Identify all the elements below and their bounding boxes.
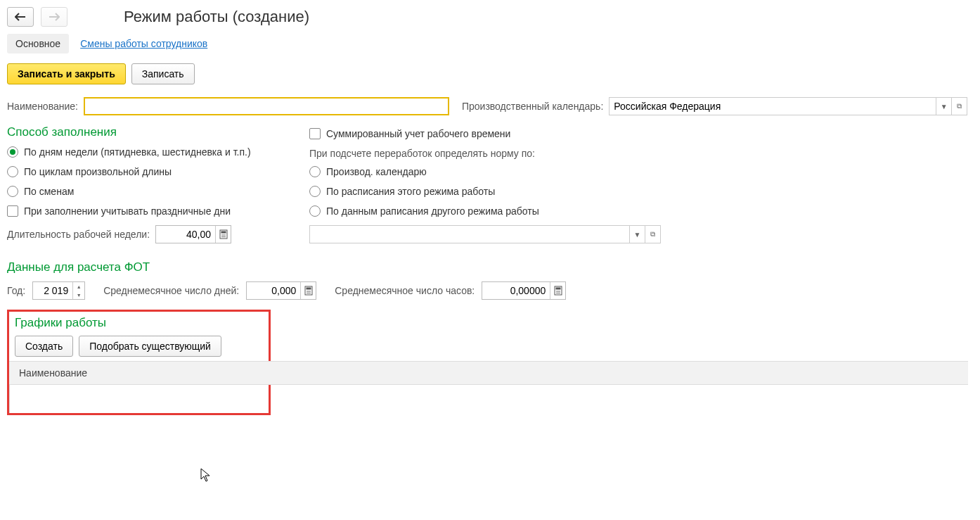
arrow-right-icon — [49, 13, 60, 21]
radio-by-shifts-label: По сменам — [24, 186, 74, 197]
svg-point-5 — [221, 236, 223, 238]
radio-norm-other-sched[interactable] — [309, 205, 321, 217]
fot-title: Данные для расчета ФОТ — [7, 260, 973, 274]
name-label: Наименование: — [7, 101, 78, 112]
svg-point-3 — [223, 234, 224, 236]
svg-point-21 — [556, 293, 557, 294]
fill-method-title: Способ заполнения — [7, 125, 288, 139]
radio-by-cycles-label: По циклам произвольной длины — [24, 166, 172, 177]
svg-point-4 — [224, 234, 226, 236]
year-label: Год: — [7, 285, 25, 296]
radio-norm-prod-cal[interactable] — [309, 166, 321, 177]
svg-point-18 — [556, 291, 557, 292]
week-duration-label: Длительность рабочей недели: — [7, 229, 150, 240]
avg-days-input[interactable] — [247, 282, 300, 299]
avg-hours-calc-button[interactable] — [550, 282, 565, 299]
norm-label: При подсчете переработок определять норм… — [309, 148, 973, 159]
svg-point-2 — [221, 234, 223, 236]
tab-main[interactable]: Основное — [7, 34, 69, 53]
calendar-input[interactable] — [609, 97, 936, 115]
svg-point-11 — [308, 291, 309, 292]
svg-point-15 — [309, 293, 311, 294]
calendar-label: Производственный календарь: — [462, 101, 603, 112]
name-input[interactable] — [84, 97, 449, 115]
pick-schedule-button[interactable]: Подобрать существующий — [79, 336, 221, 357]
radio-norm-other-sched-label: По данным раписания другого режима работ… — [326, 205, 539, 217]
tabs: Основное Смены работы сотрудников — [7, 34, 973, 53]
radio-norm-this-sched[interactable] — [309, 186, 321, 197]
svg-point-10 — [307, 291, 308, 292]
page-title: Режим работы (создание) — [124, 8, 309, 26]
radio-norm-prod-cal-label: Производ. календарю — [326, 166, 427, 177]
calculator-icon — [554, 286, 562, 296]
calendar-dropdown-arrow[interactable]: ▼ — [936, 97, 952, 115]
summarized-checkbox[interactable] — [309, 128, 321, 139]
save-close-button[interactable]: Записать и закрыть — [7, 63, 126, 84]
tab-shifts[interactable]: Смены работы сотрудников — [72, 34, 216, 53]
year-spinner-up[interactable]: ▲ — [73, 282, 84, 291]
calculator-icon — [219, 229, 228, 239]
radio-by-shifts[interactable] — [7, 186, 18, 197]
schedules-title: Графики работы — [15, 316, 263, 330]
svg-point-7 — [224, 236, 226, 238]
forward-button — [41, 7, 67, 27]
year-input[interactable] — [33, 282, 72, 299]
svg-point-13 — [307, 293, 308, 294]
svg-point-19 — [557, 291, 559, 292]
back-button[interactable] — [7, 7, 34, 27]
schedules-highlight: Графики работы Создать Подобрать существ… — [7, 310, 271, 415]
year-spinner-down[interactable]: ▼ — [73, 291, 84, 299]
avg-hours-input[interactable] — [482, 282, 550, 299]
svg-rect-9 — [306, 288, 311, 290]
avg-days-calc-button[interactable] — [300, 282, 316, 299]
radio-by-cycles[interactable] — [7, 166, 18, 177]
holidays-checkbox-label: При заполнении учитывать праздничные дни — [24, 205, 231, 217]
toolbar: Записать и закрыть Записать — [7, 63, 973, 84]
other-sched-dropdown[interactable]: ▼ ⧉ — [309, 225, 661, 243]
svg-rect-17 — [555, 288, 560, 290]
calendar-open-button[interactable]: ⧉ — [952, 97, 967, 115]
other-sched-open-button[interactable]: ⧉ — [645, 225, 661, 243]
svg-point-12 — [309, 291, 311, 292]
save-button[interactable]: Записать — [131, 63, 195, 84]
radio-norm-this-sched-label: По расписания этого режима работы — [326, 186, 495, 197]
year-spinner[interactable]: ▲ ▼ — [72, 282, 84, 299]
other-sched-input[interactable] — [309, 225, 630, 243]
create-schedule-button[interactable]: Создать — [15, 336, 73, 357]
svg-point-22 — [557, 293, 559, 294]
schedules-table-header: Наименование — [9, 361, 968, 385]
svg-point-20 — [559, 291, 560, 292]
arrow-left-icon — [15, 13, 26, 21]
week-duration-calc-button[interactable] — [215, 226, 231, 243]
calculator-icon — [304, 286, 313, 296]
week-duration-input[interactable] — [156, 226, 215, 243]
other-sched-dropdown-arrow[interactable]: ▼ — [630, 225, 645, 243]
avg-hours-label: Среднемесячное число часов: — [335, 285, 475, 296]
schedules-table-body — [9, 385, 968, 413]
svg-rect-1 — [221, 232, 226, 234]
radio-by-weekdays[interactable] — [7, 146, 18, 158]
svg-point-6 — [223, 236, 224, 238]
svg-point-23 — [559, 293, 560, 294]
radio-by-weekdays-label: По дням недели (пятидневка, шестидневка … — [24, 146, 251, 158]
calendar-dropdown[interactable]: ▼ ⧉ — [609, 97, 967, 115]
svg-point-14 — [308, 293, 309, 294]
avg-days-label: Среднемесячное число дней: — [103, 285, 239, 296]
summarized-checkbox-label: Суммированный учет рабочего времени — [326, 128, 510, 139]
holidays-checkbox[interactable] — [7, 205, 18, 217]
